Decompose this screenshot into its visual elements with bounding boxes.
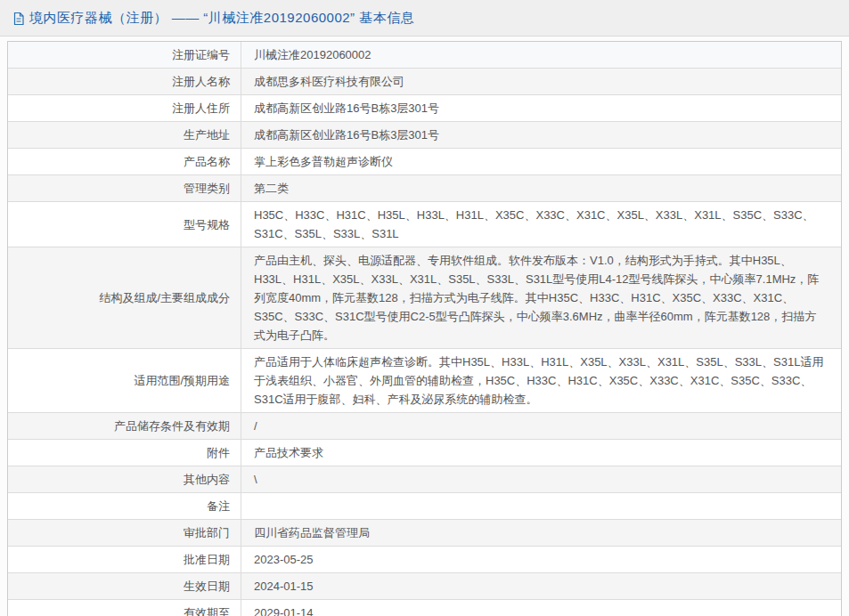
row-value: 川械注准20192060002 (241, 42, 841, 68)
row-value: 2023-05-25 (241, 547, 841, 572)
row-value-text: H35C、H33C、H31C、H35L、H33L、H31L、X35C、X33C、… (254, 206, 827, 243)
row-value-text: 产品技术要求 (254, 443, 323, 462)
row-value: 四川省药品监督管理局 (241, 520, 841, 546)
row-label: 注册人住所 (8, 95, 241, 121)
row-label: 有效期至 (8, 600, 241, 616)
table-row: 其他内容\ (8, 466, 841, 492)
table-row: 备注 (8, 492, 841, 519)
row-value-text: 成都高新区创业路16号B栋3层301号 (254, 99, 439, 118)
row-value-text: 产品适用于人体临床超声检查诊断。其中H35L、H33L、H31L、X35L、X3… (254, 353, 827, 409)
row-label-text: 附件 (207, 443, 230, 462)
table-row: 型号规格H35C、H33C、H31C、H35L、H33L、H31L、X35C、X… (8, 201, 841, 247)
row-label: 生效日期 (8, 573, 241, 599)
table-row: 产品名称掌上彩色多普勒超声诊断仪 (8, 148, 841, 174)
row-value: 2029-01-14 (241, 600, 841, 616)
row-label-text: 批准日期 (184, 550, 230, 569)
row-label: 型号规格 (8, 202, 241, 247)
row-value: 产品由主机、探头、电源适配器、专用软件组成。软件发布版本：V1.0，结构形式为手… (241, 247, 841, 348)
row-label-text: 其他内容 (184, 470, 230, 489)
row-value: 产品技术要求 (241, 440, 841, 466)
row-value-text: 川械注准20192060002 (254, 45, 371, 64)
row-label-text: 生产地址 (184, 126, 230, 144)
row-label: 适用范围/预期用途 (8, 349, 241, 412)
row-value-text: 成都高新区创业路16号B栋3层301号 (254, 126, 439, 144)
row-label-text: 审批部门 (184, 523, 230, 542)
table-row: 批准日期2023-05-25 (8, 546, 841, 572)
row-label: 产品储存条件及有效期 (8, 413, 241, 439)
table-row: 管理类别第二类 (8, 174, 841, 201)
row-label-text: 注册人住所 (172, 99, 230, 118)
row-value-text: 四川省药品监督管理局 (254, 523, 370, 542)
table-row: 生效日期2024-01-15 (8, 572, 841, 599)
row-label: 生产地址 (8, 122, 241, 148)
row-value-text: 掌上彩色多普勒超声诊断仪 (254, 152, 393, 171)
page-title: 境内医疗器械（注册） —— “川械注准20192060002” 基本信息 (29, 10, 414, 27)
row-label-text: 注册证编号 (172, 45, 230, 64)
row-label-text: 备注 (207, 497, 230, 515)
row-value-text: 2024-01-15 (254, 577, 314, 596)
row-label-text: 产品名称 (184, 152, 230, 171)
table-row: 适用范围/预期用途产品适用于人体临床超声检查诊断。其中H35L、H33L、H31… (8, 348, 841, 412)
info-table: 注册证编号川械注准20192060002注册人名称成都思多科医疗科技有限公司注册… (7, 41, 842, 616)
page-header: 境内医疗器械（注册） —— “川械注准20192060002” 基本信息 (0, 0, 849, 36)
row-label-text: 产品储存条件及有效期 (114, 417, 230, 435)
row-value: 成都思多科医疗科技有限公司 (241, 69, 841, 94)
row-value: 产品适用于人体临床超声检查诊断。其中H35L、H33L、H31L、X35L、X3… (241, 349, 841, 412)
table-row: 生产地址成都高新区创业路16号B栋3层301号 (8, 121, 841, 148)
row-value: 掌上彩色多普勒超声诊断仪 (241, 149, 841, 174)
table-row: 有效期至2029-01-14 (8, 599, 841, 616)
row-label-text: 型号规格 (184, 215, 230, 234)
table-row: 注册人住所成都高新区创业路16号B栋3层301号 (8, 94, 841, 121)
row-value-text: 第二类 (254, 179, 289, 198)
row-value-text: 产品由主机、探头、电源适配器、专用软件组成。软件发布版本：V1.0，结构形式为手… (254, 251, 827, 344)
row-value-text: \ (254, 470, 257, 489)
row-value: / (241, 413, 841, 439)
row-label: 其他内容 (8, 466, 241, 492)
table-row: 注册证编号川械注准20192060002 (8, 42, 841, 68)
row-value-text: / (254, 417, 257, 435)
document-icon (12, 12, 25, 26)
row-label: 注册证编号 (8, 42, 241, 68)
row-label-text: 管理类别 (184, 179, 230, 198)
row-value: 成都高新区创业路16号B栋3层301号 (241, 95, 841, 121)
row-label-text: 注册人名称 (172, 72, 230, 91)
row-value: 2024-01-15 (241, 573, 841, 599)
table-row: 注册人名称成都思多科医疗科技有限公司 (8, 68, 841, 94)
row-value: H35C、H33C、H31C、H35L、H33L、H31L、X35C、X33C、… (241, 202, 841, 247)
row-label-text: 有效期至 (184, 604, 230, 616)
row-label-text: 生效日期 (184, 577, 230, 596)
row-label: 审批部门 (8, 520, 241, 546)
row-label: 结构及组成/主要组成成分 (8, 247, 241, 348)
content-panel: 注册证编号川械注准20192060002注册人名称成都思多科医疗科技有限公司注册… (0, 36, 849, 616)
row-value-text: 成都思多科医疗科技有限公司 (254, 72, 404, 91)
row-value: 成都高新区创业路16号B栋3层301号 (241, 122, 841, 148)
table-row: 附件产品技术要求 (8, 439, 841, 466)
row-label: 管理类别 (8, 175, 241, 201)
row-value: 第二类 (241, 175, 841, 201)
row-label-text: 结构及组成/主要组成成分 (99, 288, 230, 307)
row-label-text: 适用范围/预期用途 (134, 371, 230, 390)
row-value-text: 2029-01-14 (254, 604, 314, 616)
row-label: 注册人名称 (8, 69, 241, 94)
row-label: 附件 (8, 440, 241, 466)
table-row: 结构及组成/主要组成成分产品由主机、探头、电源适配器、专用软件组成。软件发布版本… (8, 247, 841, 348)
table-row: 审批部门四川省药品监督管理局 (8, 519, 841, 546)
row-label: 产品名称 (8, 149, 241, 174)
row-label: 备注 (8, 493, 241, 519)
row-value-text: 2023-05-25 (254, 550, 314, 569)
table-row: 产品储存条件及有效期/ (8, 412, 841, 439)
row-value: \ (241, 466, 841, 492)
row-label: 批准日期 (8, 547, 241, 572)
row-value (241, 493, 841, 519)
